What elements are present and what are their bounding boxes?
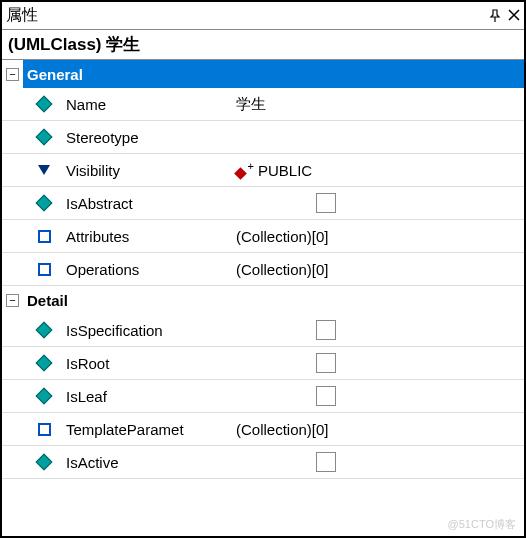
visibility-public-icon: + bbox=[236, 162, 252, 178]
property-row-name[interactable]: Name 学生 bbox=[2, 88, 524, 121]
property-row-operations[interactable]: Operations (Collection)[0] bbox=[2, 253, 524, 286]
property-label: IsLeaf bbox=[64, 388, 232, 405]
property-value[interactable]: (Collection)[0] bbox=[232, 261, 524, 278]
titlebar-controls bbox=[488, 9, 520, 23]
collapse-icon[interactable]: − bbox=[6, 68, 19, 81]
watermark: @51CTO博客 bbox=[448, 517, 516, 532]
property-row-visibility[interactable]: Visibility + PUBLIC bbox=[2, 154, 524, 187]
checkbox-isroot[interactable] bbox=[316, 353, 336, 373]
property-label: Visibility bbox=[64, 162, 232, 179]
property-label: TemplateParamet bbox=[64, 421, 232, 438]
collection-icon bbox=[24, 230, 64, 243]
property-row-stereotype[interactable]: Stereotype bbox=[2, 121, 524, 154]
section-label-detail: Detail bbox=[23, 286, 524, 314]
property-label: Stereotype bbox=[64, 129, 232, 146]
checkbox-isabstract[interactable] bbox=[316, 193, 336, 213]
diamond-icon bbox=[24, 197, 64, 209]
property-label: Name bbox=[64, 96, 232, 113]
collapse-icon[interactable]: − bbox=[6, 294, 19, 307]
property-row-isabstract[interactable]: IsAbstract bbox=[2, 187, 524, 220]
property-value bbox=[232, 386, 524, 406]
property-value bbox=[232, 320, 524, 340]
property-row-templateparam[interactable]: TemplateParamet (Collection)[0] bbox=[2, 413, 524, 446]
property-value bbox=[232, 353, 524, 373]
property-label: IsActive bbox=[64, 454, 232, 471]
property-value[interactable]: + PUBLIC bbox=[232, 162, 524, 179]
property-value[interactable]: (Collection)[0] bbox=[232, 421, 524, 438]
property-label: IsSpecification bbox=[64, 322, 232, 339]
property-label: Operations bbox=[64, 261, 232, 278]
property-value bbox=[232, 452, 524, 472]
checkbox-isactive[interactable] bbox=[316, 452, 336, 472]
section-header-detail[interactable]: − Detail bbox=[2, 286, 524, 314]
property-row-attributes[interactable]: Attributes (Collection)[0] bbox=[2, 220, 524, 253]
diamond-icon bbox=[24, 131, 64, 143]
property-label: Attributes bbox=[64, 228, 232, 245]
property-row-isspecification[interactable]: IsSpecification bbox=[2, 314, 524, 347]
property-value[interactable]: 学生 bbox=[232, 95, 524, 114]
property-value bbox=[232, 193, 524, 213]
section-label-general: General bbox=[23, 60, 524, 88]
checkbox-isspecification[interactable] bbox=[316, 320, 336, 340]
diamond-icon bbox=[24, 324, 64, 336]
diamond-icon bbox=[24, 390, 64, 402]
object-identifier: (UMLClass) 学生 bbox=[2, 30, 524, 60]
titlebar: 属性 bbox=[2, 2, 524, 30]
dropdown-icon bbox=[24, 165, 64, 175]
close-icon[interactable] bbox=[508, 9, 520, 23]
pin-icon[interactable] bbox=[488, 9, 502, 23]
collection-icon bbox=[24, 423, 64, 436]
diamond-icon bbox=[24, 456, 64, 468]
property-row-isactive[interactable]: IsActive bbox=[2, 446, 524, 479]
property-label: IsRoot bbox=[64, 355, 232, 372]
diamond-icon bbox=[24, 357, 64, 369]
checkbox-isleaf[interactable] bbox=[316, 386, 336, 406]
property-row-isleaf[interactable]: IsLeaf bbox=[2, 380, 524, 413]
section-header-general[interactable]: − General bbox=[2, 60, 524, 88]
property-value[interactable]: (Collection)[0] bbox=[232, 228, 524, 245]
property-row-isroot[interactable]: IsRoot bbox=[2, 347, 524, 380]
diamond-icon bbox=[24, 98, 64, 110]
property-label: IsAbstract bbox=[64, 195, 232, 212]
panel-title: 属性 bbox=[6, 5, 488, 26]
collection-icon bbox=[24, 263, 64, 276]
